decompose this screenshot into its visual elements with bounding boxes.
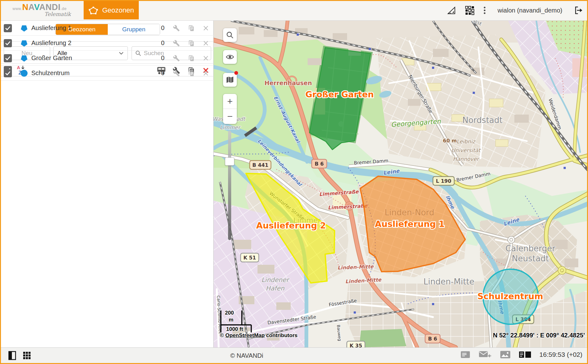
map-attribution: © OpenStreetMap contributors (220, 332, 298, 339)
map-layers-button[interactable] (223, 73, 237, 87)
bottom-bar: © NAVANDi 16:59:53 (+02) (0, 347, 588, 364)
road-shield-l190: L 190 (433, 177, 454, 185)
map-search-button[interactable] (223, 28, 237, 42)
row-delete-icon[interactable] (202, 55, 209, 62)
geozone-row[interactable]: Großer Garten 0 (0, 51, 214, 66)
geofence-label-grosser-garten: Großer Garten (305, 90, 374, 99)
geozone-shape-icon (20, 39, 28, 47)
row-wrench-icon[interactable] (173, 70, 180, 77)
map-label-wasserstadt-2: Limmer (220, 124, 241, 131)
row-wrench-icon[interactable] (173, 25, 180, 32)
map-label-linden-mitte-red-1: Linden-Mitte (337, 264, 374, 271)
row-checkbox[interactable] (4, 24, 12, 32)
map-label-calenberger-2: Neustadt (512, 254, 549, 263)
map-label-nordstadt: Nordstadt (462, 115, 502, 125)
kebab-menu-icon[interactable] (483, 6, 486, 15)
clock: 16:59:53 (+02) (539, 351, 582, 358)
scale-metric-unit: m (229, 317, 233, 323)
layers-notification-dot (234, 71, 238, 75)
map-label-linden-mitte-big: Linden-Mitte (424, 277, 475, 286)
row-delete-icon[interactable] (202, 70, 209, 77)
map-label-herrenhausen: Herrenhausen (264, 79, 312, 86)
geozones-panel: Geozonen Gruppen Neu Alle A Z (0, 21, 214, 347)
app-button-label: Geozonen (102, 6, 134, 14)
geozone-name: Großer Garten (31, 54, 72, 62)
row-delete-icon[interactable] (202, 25, 209, 32)
row-wrench-icon[interactable] (173, 55, 180, 62)
zoom-slider-track[interactable] (228, 131, 231, 240)
map-label-leibniz-2: Universität (451, 147, 481, 153)
road-shield-k51: K 51 (241, 253, 259, 262)
osm-link[interactable]: OpenStreetMap (225, 332, 265, 338)
gallery-icon[interactable] (500, 350, 511, 359)
row-copy-icon[interactable] (188, 70, 195, 77)
map-label-lindener-hafen-2: Hafen (266, 285, 285, 292)
road-shield-b441: B 441 (250, 161, 271, 169)
grid-menu-icon[interactable] (23, 351, 31, 360)
svg-text:K 51: K 51 (243, 255, 256, 261)
map-label-sixty-m: 60 m (443, 138, 457, 144)
scale-imperial: 1000 ft (226, 326, 243, 332)
map-visibility-button[interactable] (223, 50, 237, 64)
row-checkbox[interactable] (4, 69, 12, 77)
zoom-in-button[interactable]: + (223, 94, 237, 109)
map-canvas[interactable]: HerrenhausenWasserstadtLimmerLimmerGeorg… (214, 21, 588, 347)
geofence-label-schulzentrum: Schulzentrum (477, 291, 543, 301)
geozone-shape-icon (20, 54, 28, 62)
layout-toggle-icon[interactable] (8, 351, 16, 360)
split-view-icon[interactable] (519, 351, 531, 358)
geozone-row[interactable]: Schulzentrum 0 (0, 66, 214, 81)
user-label[interactable]: wialon (navandi_demo) (497, 7, 562, 14)
geozone-name: Auslieferung 2 (31, 39, 71, 47)
map-label-leibniz-1: Leibniz (456, 138, 476, 145)
geozone-count: 0 (147, 69, 164, 77)
geofence-pentagon-icon (88, 6, 98, 15)
row-delete-icon[interactable] (202, 40, 209, 47)
messages-icon[interactable] (479, 350, 492, 359)
geozone-shape-icon (20, 24, 28, 32)
zoom-control: + − (223, 94, 237, 124)
row-copy-icon[interactable] (188, 25, 195, 32)
road-shield-b6-b: B 6 (425, 334, 440, 343)
road-shield-b6-a: B 6 (312, 159, 327, 168)
ruler-tool-icon[interactable] (447, 6, 456, 15)
row-checkbox[interactable] (4, 39, 12, 47)
top-bar: www.NAVANDI.de Telematik Geozonen wialon… (0, 0, 588, 21)
geozone-row[interactable]: Auslieferung 1 0 (0, 21, 214, 36)
footer-copyright: © NAVANDi (230, 352, 263, 359)
geozone-name: Schulzentrum (31, 69, 70, 77)
geozones-app-button[interactable]: Geozonen (84, 1, 139, 19)
geozone-row[interactable]: Auslieferung 2 0 (0, 36, 214, 51)
apps-grid-icon[interactable] (465, 6, 474, 15)
zoom-slider-handle[interactable] (225, 157, 234, 166)
map-scale-bar: 200 m 1000 ft (220, 309, 261, 335)
logout-icon[interactable] (574, 5, 584, 15)
row-copy-icon[interactable] (188, 40, 195, 47)
brand-logo: www.NAVANDI.de Telematik (13, 3, 75, 17)
geozone-name: Auslieferung 1 (31, 24, 71, 32)
map-label-calenberger-1: Calenberger (505, 244, 555, 253)
map-label-lindener-hafen-1: Lindener (261, 276, 289, 284)
svg-text:K 35: K 35 (350, 343, 362, 347)
map-label-leibniz-3: Hannover (453, 156, 480, 162)
svg-text:B 441: B 441 (252, 162, 268, 168)
geozone-count: 0 (147, 54, 164, 62)
geozone-shape-icon (20, 69, 28, 77)
svg-text:L 190: L 190 (436, 178, 451, 184)
reports-icon[interactable] (461, 350, 471, 359)
geofence-label-auslieferung-2: Auslieferung 2 (256, 221, 326, 230)
geozone-count: 0 (147, 24, 164, 32)
zoom-out-button[interactable]: − (223, 109, 237, 124)
svg-text:B 6: B 6 (428, 336, 437, 342)
row-wrench-icon[interactable] (173, 40, 180, 47)
geozone-count: 0 (147, 39, 164, 47)
scale-metric-value: 200 (225, 310, 234, 316)
svg-text:B 6: B 6 (315, 161, 324, 167)
row-copy-icon[interactable] (188, 55, 195, 62)
road-shield-k35: K 35 (347, 341, 365, 347)
row-checkbox[interactable] (4, 54, 12, 62)
map-coordinates: N 52° 22.8499' : E 009° 42.4825' (493, 332, 585, 339)
geofence-label-auslieferung-1: Auslieferung 1 (375, 219, 445, 229)
